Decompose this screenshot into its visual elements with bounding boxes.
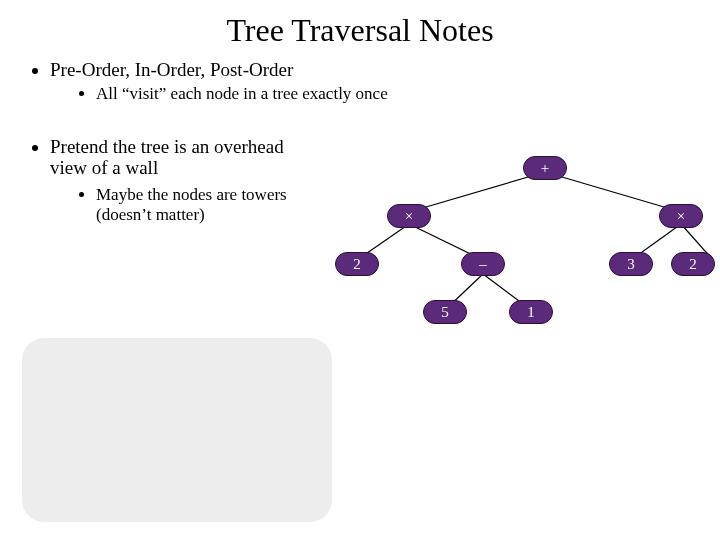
bullet-text: All “visit” each node in a tree exactly … [96, 84, 388, 103]
tree-node-root: + [523, 156, 567, 180]
tree-node-lr: – [461, 252, 505, 276]
bullet-preorder-inorder-postorder: Pre-Order, In-Order, Post-Order All “vis… [50, 57, 710, 112]
tree-node-lrl: 5 [423, 300, 467, 324]
svg-line-1 [545, 172, 681, 212]
bullet-visit-each-node: All “visit” each node in a tree exactly … [96, 83, 710, 106]
bullet-section-1: Pre-Order, In-Order, Post-Order All “vis… [0, 57, 720, 112]
tree-edges [335, 148, 715, 368]
bullet-section-2: Pretend the tree is an overhead view of … [0, 136, 320, 231]
bullet-overhead-wall: Pretend the tree is an overhead view of … [50, 136, 310, 231]
tree-node-ll: 2 [335, 252, 379, 276]
bullet-text: Pre-Order, In-Order, Post-Order [50, 59, 293, 80]
tree-node-l: × [387, 204, 431, 228]
content-placeholder [22, 338, 332, 522]
tree-node-lrr: 1 [509, 300, 553, 324]
expression-tree-diagram: + × × 2 – 3 2 5 1 [335, 148, 715, 368]
tree-node-rl: 3 [609, 252, 653, 276]
svg-line-0 [409, 172, 545, 212]
slide-title: Tree Traversal Notes [0, 0, 720, 57]
bullet-towers: Maybe the nodes are towers (doesn’t matt… [96, 185, 310, 224]
bullet-text: Pretend the tree is an overhead view of … [50, 136, 284, 179]
bullet-text: Maybe the nodes are towers (doesn’t matt… [96, 185, 287, 224]
tree-node-r: × [659, 204, 703, 228]
tree-node-rr: 2 [671, 252, 715, 276]
